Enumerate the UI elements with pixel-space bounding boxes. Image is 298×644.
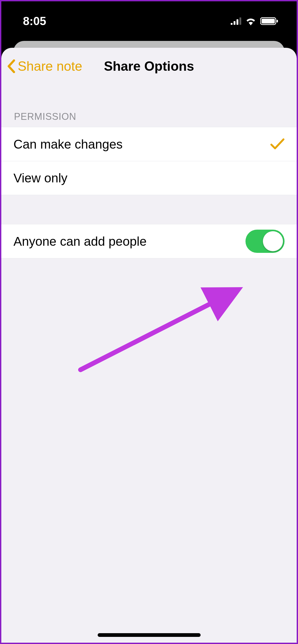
battery-icon (260, 17, 278, 25)
row-label: Anyone can add people (13, 234, 146, 249)
status-bar: 8:05 (1, 1, 297, 41)
permission-list: Can make changes View only (1, 127, 297, 195)
svg-rect-1 (262, 19, 275, 23)
wifi-icon (245, 17, 257, 25)
status-icons (231, 17, 278, 25)
svg-line-3 (81, 291, 236, 370)
screenshot-stage: 8:05 (0, 0, 298, 644)
back-label: Share note (18, 59, 82, 74)
option-can-make-changes[interactable]: Can make changes (1, 127, 297, 161)
chevron-left-icon (7, 59, 16, 73)
nav-bar: Share note Share Options (1, 48, 297, 85)
status-time: 8:05 (23, 15, 46, 28)
settings-sheet: Share note Share Options PERMISSION Can … (1, 48, 297, 643)
home-indicator (98, 633, 201, 637)
checkmark-icon (270, 138, 285, 150)
svg-rect-2 (277, 20, 278, 22)
section-gap (1, 195, 297, 224)
anyone-can-add-people-toggle[interactable] (245, 230, 285, 253)
toggle-knob (263, 231, 283, 251)
option-label: View only (13, 171, 68, 185)
cellular-icon (231, 17, 241, 25)
add-people-list: Anyone can add people (1, 224, 297, 258)
option-view-only[interactable]: View only (1, 161, 297, 195)
phone-screen: 8:05 (1, 1, 297, 643)
anyone-can-add-people-row[interactable]: Anyone can add people (1, 224, 297, 258)
annotation-arrow (78, 285, 247, 372)
permission-section-header: PERMISSION (1, 85, 297, 127)
option-label: Can make changes (13, 137, 123, 151)
back-button[interactable]: Share note (7, 48, 82, 85)
